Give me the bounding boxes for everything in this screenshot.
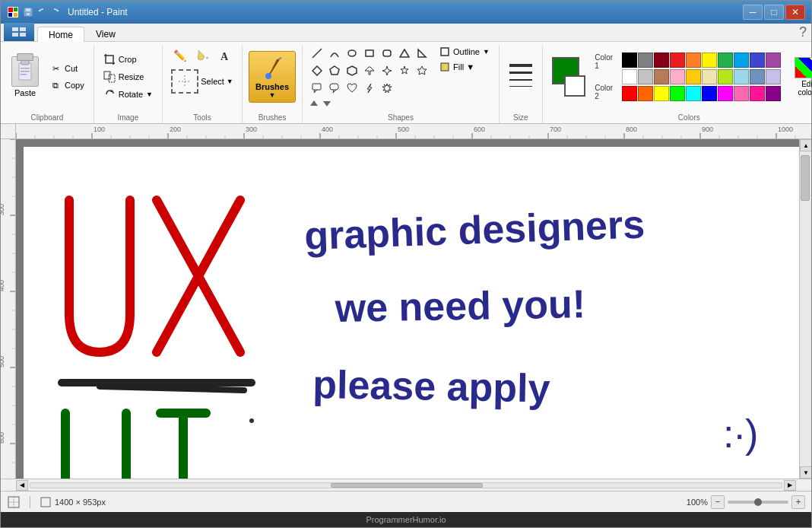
select-tool-button[interactable] (171, 69, 198, 94)
callout2-shape[interactable] (326, 80, 343, 97)
shapes-scroll-down[interactable] (322, 98, 332, 109)
hexagon-shape[interactable] (344, 62, 360, 79)
color-cell[interactable] (750, 52, 765, 68)
color-cell[interactable] (702, 69, 717, 84)
rtriangle-shape[interactable] (414, 45, 430, 62)
fill-option-button[interactable]: Fill ▼ (436, 60, 493, 74)
edit-colors-button[interactable]: Edit colors (787, 54, 812, 100)
svg-marker-41 (310, 100, 318, 106)
minimize-button[interactable]: ─ (743, 5, 763, 20)
zoom-in-button[interactable]: ＋ (791, 495, 805, 509)
rounded-rect-shape[interactable] (379, 45, 395, 62)
close-button[interactable]: ✕ (785, 5, 805, 20)
pencil-button[interactable]: ✏️ (169, 45, 190, 66)
color-cell[interactable] (622, 69, 637, 84)
quick-redo-icon[interactable] (51, 8, 60, 17)
scroll-up-button[interactable]: ▲ (800, 139, 811, 151)
star4-shape[interactable] (379, 62, 395, 79)
scroll-thumb[interactable] (801, 155, 810, 201)
color-cell[interactable] (718, 86, 733, 101)
crop-button[interactable]: Crop (100, 52, 140, 67)
shapes-scroll-up[interactable] (309, 98, 319, 109)
color-cell[interactable] (654, 69, 669, 84)
color-cell[interactable] (718, 52, 733, 68)
color-cell[interactable] (734, 86, 749, 101)
office-menu-button[interactable] (4, 23, 34, 41)
color-cell[interactable] (750, 86, 765, 101)
color-cell[interactable] (702, 86, 717, 101)
paste-button[interactable]: Paste (7, 53, 43, 100)
fill-button[interactable] (192, 45, 213, 66)
tab-home[interactable]: Home (37, 27, 84, 42)
color-cell[interactable] (622, 86, 637, 101)
line-shape[interactable] (309, 45, 325, 62)
star5-shape[interactable] (396, 62, 413, 79)
callout-shape[interactable] (309, 80, 325, 97)
rect-shape[interactable] (361, 45, 378, 62)
h-scroll-thumb[interactable] (331, 483, 483, 488)
rotate-button[interactable]: Rotate ▼ (100, 87, 156, 102)
zoom-slider-thumb[interactable] (754, 498, 762, 506)
color-cell[interactable] (686, 52, 701, 68)
outline-button[interactable]: Outline ▼ (436, 45, 493, 59)
scroll-down-button[interactable]: ▼ (800, 466, 811, 479)
maximize-button[interactable]: □ (764, 5, 784, 20)
scroll-track[interactable] (800, 151, 811, 466)
color-cell[interactable] (622, 52, 637, 68)
arrow-shape[interactable] (361, 62, 378, 79)
color-cell[interactable] (670, 86, 685, 101)
brushes-button[interactable]: Brushes ▼ (249, 51, 296, 103)
drawing-canvas[interactable]: graphic designers we need you! please ap… (24, 147, 799, 479)
color-cell[interactable] (734, 52, 749, 68)
text-button[interactable]: A (214, 45, 236, 66)
zoom-out-button[interactable]: － (711, 495, 725, 509)
canvas-area[interactable]: graphic designers we need you! please ap… (24, 147, 799, 479)
svg-rect-46 (509, 72, 532, 74)
triangle-shape[interactable] (396, 45, 413, 62)
color-cell[interactable] (670, 69, 685, 84)
horizontal-scrollbar[interactable]: ◀ ▶ (1, 479, 811, 491)
svg-marker-30 (312, 66, 322, 75)
tab-view[interactable]: View (84, 26, 127, 41)
color-cell[interactable] (766, 86, 781, 101)
copy-button[interactable]: ⧉ Copy (46, 78, 87, 93)
curve-shape[interactable] (326, 45, 343, 62)
zoom-slider[interactable] (728, 501, 788, 504)
color-cell[interactable] (686, 86, 701, 101)
color-cell[interactable] (654, 52, 669, 68)
color-cell[interactable] (638, 69, 653, 84)
quick-save-icon[interactable] (24, 8, 33, 17)
cut-button[interactable]: ✂ Cut (46, 61, 87, 76)
help-icon[interactable]: ? (799, 24, 807, 40)
color-cell[interactable] (750, 69, 765, 84)
color-cell[interactable] (654, 86, 669, 101)
color-cell[interactable] (718, 69, 733, 84)
heart-shape[interactable] (344, 80, 360, 97)
quick-undo-icon[interactable] (37, 8, 46, 17)
svg-point-25 (348, 50, 356, 56)
vertical-scrollbar[interactable]: ▲ ▼ (799, 139, 811, 479)
h-scroll-track[interactable] (30, 482, 782, 488)
explosion-shape[interactable] (379, 80, 395, 97)
pentagon-shape[interactable] (326, 62, 343, 79)
color-cell[interactable] (638, 52, 653, 68)
lightning-shape[interactable] (361, 80, 378, 97)
resize-button[interactable]: Resize (100, 69, 147, 84)
color-cell[interactable] (766, 52, 781, 68)
color-cell[interactable] (766, 69, 781, 84)
brushes-dropdown-icon[interactable]: ▼ (269, 91, 276, 99)
oval-shape[interactable] (344, 45, 360, 62)
canvas-scroll[interactable]: graphic designers we need you! please ap… (16, 139, 799, 479)
select-dropdown-icon[interactable]: ▼ (227, 78, 233, 85)
scroll-right-button[interactable]: ▶ (784, 480, 796, 491)
color-cell[interactable] (638, 86, 653, 101)
diamond-shape[interactable] (309, 62, 325, 79)
color2-box[interactable] (564, 75, 585, 97)
color-cell[interactable] (702, 52, 717, 68)
color-cell[interactable] (670, 52, 685, 68)
color-cell[interactable] (686, 69, 701, 84)
star6-shape[interactable] (414, 62, 430, 79)
scroll-left-button[interactable]: ◀ (16, 480, 28, 491)
color-cell[interactable] (734, 69, 749, 84)
outline-dropdown[interactable]: ▼ (483, 48, 490, 56)
